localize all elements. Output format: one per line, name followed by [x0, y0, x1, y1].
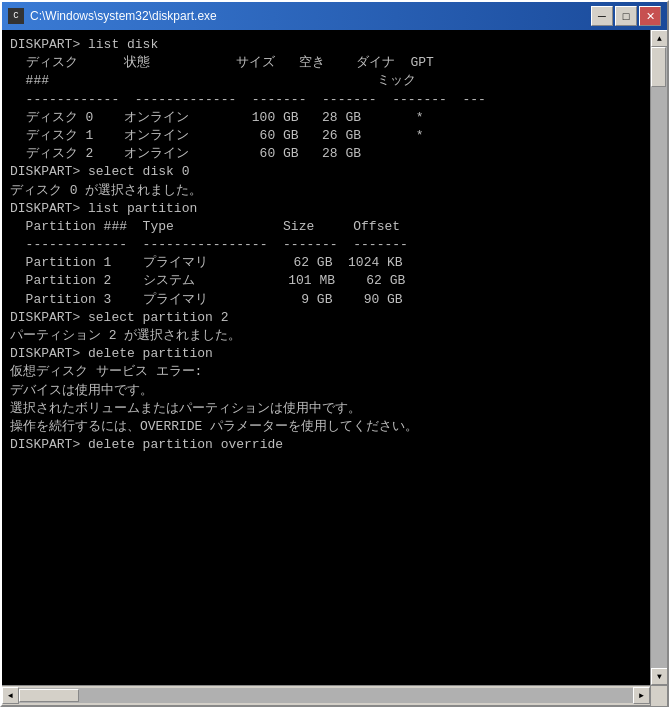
- terminal-line: 操作を続行するには、OVERRIDE パラメーターを使用してください。: [10, 418, 642, 436]
- scroll-track-v[interactable]: [651, 47, 667, 668]
- terminal-line: Partition 1 プライマリ 62 GB 1024 KB: [10, 254, 642, 272]
- horizontal-scrollbar[interactable]: ◄ ►: [2, 686, 650, 706]
- app-icon: C: [8, 8, 24, 24]
- window-title: C:\Windows\system32\diskpart.exe: [30, 9, 217, 23]
- terminal-line: DISKPART> select partition 2: [10, 309, 642, 327]
- bottom-bar: ◄ ►: [2, 685, 667, 705]
- terminal-line: ### ミック: [10, 72, 642, 90]
- terminal-line: 選択されたボリュームまたはパーティションは使用中です。: [10, 400, 642, 418]
- vertical-scrollbar[interactable]: ▲ ▼: [650, 30, 667, 685]
- scroll-track-h[interactable]: [19, 688, 633, 703]
- terminal-line: Partition 3 プライマリ 9 GB 90 GB: [10, 291, 642, 309]
- terminal-line: デバイスは使用中です。: [10, 382, 642, 400]
- terminal-line: DISKPART> list disk: [10, 36, 642, 54]
- terminal-line: ------------ ------------- ------- -----…: [10, 91, 642, 109]
- terminal-line: ディスク 0 オンライン 100 GB 28 GB *: [10, 109, 642, 127]
- terminal-line: ディスク 2 オンライン 60 GB 28 GB: [10, 145, 642, 163]
- terminal-line: Partition ### Type Size Offset: [10, 218, 642, 236]
- terminal-line: DISKPART> delete partition: [10, 345, 642, 363]
- terminal-line: Partition 2 システム 101 MB 62 GB: [10, 272, 642, 290]
- scrollbar-corner: [650, 686, 667, 706]
- terminal-line: ディスク 1 オンライン 60 GB 26 GB *: [10, 127, 642, 145]
- scroll-right-button[interactable]: ►: [633, 687, 650, 704]
- terminal-line: ------------- ---------------- ------- -…: [10, 236, 642, 254]
- minimize-button[interactable]: ─: [591, 6, 613, 26]
- terminal-line: パーティション 2 が選択されました。: [10, 327, 642, 345]
- terminal-line: DISKPART> select disk 0: [10, 163, 642, 181]
- scroll-left-button[interactable]: ◄: [2, 687, 19, 704]
- scroll-down-button[interactable]: ▼: [651, 668, 667, 685]
- scroll-thumb-v[interactable]: [651, 47, 666, 87]
- scroll-thumb-h[interactable]: [19, 689, 79, 702]
- terminal-line: DISKPART> list partition: [10, 200, 642, 218]
- title-bar-left: C C:\Windows\system32\diskpart.exe: [8, 8, 217, 24]
- terminal-line: ディスク 0 が選択されました。: [10, 182, 642, 200]
- scroll-up-button[interactable]: ▲: [651, 30, 667, 47]
- main-window: C C:\Windows\system32\diskpart.exe ─ □ ✕…: [0, 0, 669, 707]
- terminal-line: DISKPART> delete partition override: [10, 436, 642, 454]
- title-buttons: ─ □ ✕: [591, 6, 661, 26]
- terminal-line: ディスク 状態 サイズ 空き ダイナ GPT: [10, 54, 642, 72]
- maximize-button[interactable]: □: [615, 6, 637, 26]
- title-bar: C C:\Windows\system32\diskpart.exe ─ □ ✕: [2, 2, 667, 30]
- terminal-line: 仮想ディスク サービス エラー:: [10, 363, 642, 381]
- close-button[interactable]: ✕: [639, 6, 661, 26]
- content-area: DISKPART> list disk ディスク 状態 サイズ 空き ダイナ G…: [2, 30, 667, 685]
- terminal-output[interactable]: DISKPART> list disk ディスク 状態 サイズ 空き ダイナ G…: [2, 30, 650, 685]
